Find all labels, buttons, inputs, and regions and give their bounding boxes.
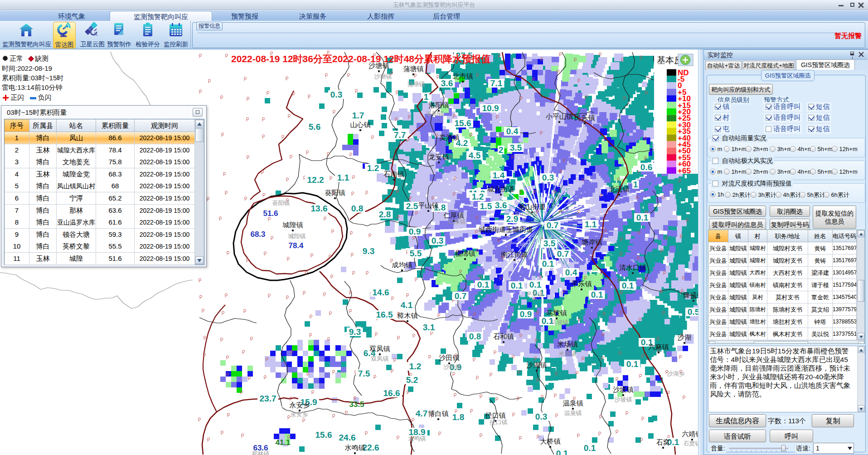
svg-text:山心镇: 山心镇: [350, 121, 371, 128]
svg-text:洛阳镇: 洛阳镇: [429, 101, 449, 109]
svg-text:10.9: 10.9: [482, 103, 499, 113]
svg-text:北市镇: 北市镇: [453, 72, 473, 80]
svg-text:蒲塘镇: 蒲塘镇: [403, 65, 424, 73]
svg-text:永安乡: 永安乡: [290, 401, 310, 409]
svg-text:1.8: 1.8: [452, 412, 464, 422]
svg-text:16.5: 16.5: [376, 310, 393, 319]
svg-text:3.5: 3.5: [510, 143, 522, 152]
svg-text:4.7: 4.7: [416, 409, 427, 418]
svg-text:米场镇: 米场镇: [559, 350, 577, 357]
svg-text:7.7: 7.7: [394, 130, 406, 140]
svg-text:3.6: 3.6: [441, 78, 453, 88]
svg-text:龙安镇: 龙安镇: [429, 153, 449, 161]
svg-text:1: 1: [633, 180, 638, 189]
svg-text:蒲塘镇: 蒲塘镇: [407, 81, 425, 88]
svg-text:3.1: 3.1: [423, 323, 435, 332]
svg-text:石和镇: 石和镇: [493, 333, 514, 340]
svg-text:小平山镇: 小平山镇: [545, 113, 573, 120]
svg-text:马坡镇: 马坡镇: [547, 309, 567, 317]
svg-text:1.7: 1.7: [352, 111, 364, 120]
svg-text:23.7: 23.7: [260, 394, 276, 403]
svg-text:马坡镇: 马坡镇: [551, 319, 569, 326]
svg-text:24.6: 24.6: [339, 433, 356, 442]
svg-text:1.5: 1.5: [480, 201, 492, 211]
svg-text:0.1: 0.1: [542, 259, 554, 269]
svg-text:0.6: 0.6: [640, 162, 652, 172]
svg-text:0.3: 0.3: [432, 236, 443, 245]
svg-text:0.7: 0.7: [547, 220, 558, 230]
svg-text:0.1: 0.1: [556, 449, 568, 455]
svg-text:0.1: 0.1: [477, 280, 490, 289]
svg-text:1.2: 1.2: [367, 163, 379, 173]
svg-text:沙湖乡: 沙湖乡: [667, 370, 685, 377]
svg-text:2.8: 2.8: [379, 210, 391, 219]
svg-text:那林镇: 那林镇: [252, 450, 270, 455]
svg-text:9.3: 9.3: [363, 246, 374, 256]
svg-text:名山街道: 名山街道: [514, 210, 538, 217]
svg-text:仁厚镇: 仁厚镇: [448, 218, 466, 225]
svg-text:33.5: 33.5: [349, 400, 364, 409]
svg-text:沙田镇: 沙田镇: [444, 363, 461, 370]
svg-text:7.5: 7.5: [358, 369, 370, 378]
svg-text:水鸣镇: 水鸣镇: [408, 435, 426, 442]
svg-text:温泉镇: 温泉镇: [563, 399, 583, 407]
svg-text:41.1: 41.1: [275, 438, 290, 447]
svg-text:0.3: 0.3: [330, 90, 342, 99]
svg-text:0.1: 0.1: [511, 281, 523, 290]
svg-text:0.1: 0.1: [622, 281, 634, 290]
svg-text:0.3: 0.3: [535, 412, 547, 421]
svg-text:樟木镇: 樟木镇: [397, 312, 418, 319]
svg-text:1.1: 1.1: [585, 220, 597, 229]
svg-text:78.4: 78.4: [288, 241, 304, 250]
svg-text:民乐镇: 民乐镇: [575, 114, 595, 122]
svg-text:塘岸镇: 塘岸镇: [582, 238, 602, 246]
svg-text:15.6: 15.6: [315, 430, 332, 440]
svg-text:1.2: 1.2: [409, 362, 421, 371]
svg-text:水鸣镇: 水鸣镇: [345, 444, 365, 451]
svg-text:平山镇: 平山镇: [418, 201, 439, 209]
svg-text:0.4: 0.4: [565, 268, 577, 277]
svg-text:1.4: 1.4: [493, 171, 505, 180]
svg-text:沙坡镇: 沙坡镇: [613, 386, 634, 393]
svg-text:+65: +65: [678, 166, 691, 175]
svg-text:68.3: 68.3: [250, 230, 265, 239]
svg-text:六麻镇: 六麻镇: [649, 343, 669, 351]
svg-text:5.5: 5.5: [410, 249, 422, 258]
svg-text:南江街道: 南江街道: [501, 250, 528, 258]
svg-text:大桥镇: 大桥镇: [540, 437, 561, 445]
svg-text:7.1: 7.1: [490, 78, 503, 88]
svg-text:平乐镇: 平乐镇: [526, 291, 544, 298]
svg-text:博白镇: 博白镇: [428, 410, 449, 417]
svg-text:2.5: 2.5: [406, 201, 418, 211]
svg-text:0.8: 0.8: [469, 332, 481, 341]
svg-text:1.1: 1.1: [337, 173, 349, 182]
svg-text:双凤镇: 双凤镇: [369, 345, 390, 352]
svg-text:葵阳镇: 葵阳镇: [325, 189, 345, 196]
svg-text:温泉镇: 温泉镇: [564, 410, 582, 416]
svg-text:0.3: 0.3: [542, 173, 554, 182]
svg-text:1: 1: [424, 92, 429, 102]
svg-text:洛阳镇: 洛阳镇: [427, 110, 444, 117]
svg-text:0.4: 0.4: [506, 127, 519, 136]
svg-text:2: 2: [499, 145, 504, 155]
svg-text:0.1: 0.1: [626, 359, 639, 369]
svg-text:14.6: 14.6: [373, 288, 389, 297]
svg-text:0.7: 0.7: [557, 249, 569, 259]
svg-text:名山街道: 名山街道: [519, 203, 546, 210]
svg-text:0.8: 0.8: [351, 204, 363, 213]
svg-text:0.1: 0.1: [591, 290, 603, 299]
svg-text:12.2: 12.2: [307, 175, 324, 185]
svg-text:2022-08-19 12时36分至2022-08-19 1: 2022-08-19 12时36分至2022-08-19 12时48分累积降水预…: [231, 54, 490, 64]
svg-text:双凤镇: 双凤镇: [371, 355, 389, 362]
svg-text:5.2: 5.2: [406, 375, 418, 385]
svg-text:沙塘镇: 沙塘镇: [374, 73, 392, 80]
svg-text:葵阳镇: 葵阳镇: [272, 200, 290, 206]
svg-text:北流镇: 北流镇: [609, 185, 630, 193]
svg-text:51.6: 51.6: [263, 209, 278, 218]
svg-text:4.1: 4.1: [401, 300, 413, 310]
svg-text:石南镇: 石南镇: [383, 170, 404, 178]
svg-text:5.6: 5.6: [309, 122, 320, 132]
svg-text:清水口镇: 清水口镇: [619, 264, 646, 271]
svg-text:平乐镇: 平乐镇: [572, 280, 592, 288]
svg-text:3.5: 3.5: [543, 239, 556, 248]
